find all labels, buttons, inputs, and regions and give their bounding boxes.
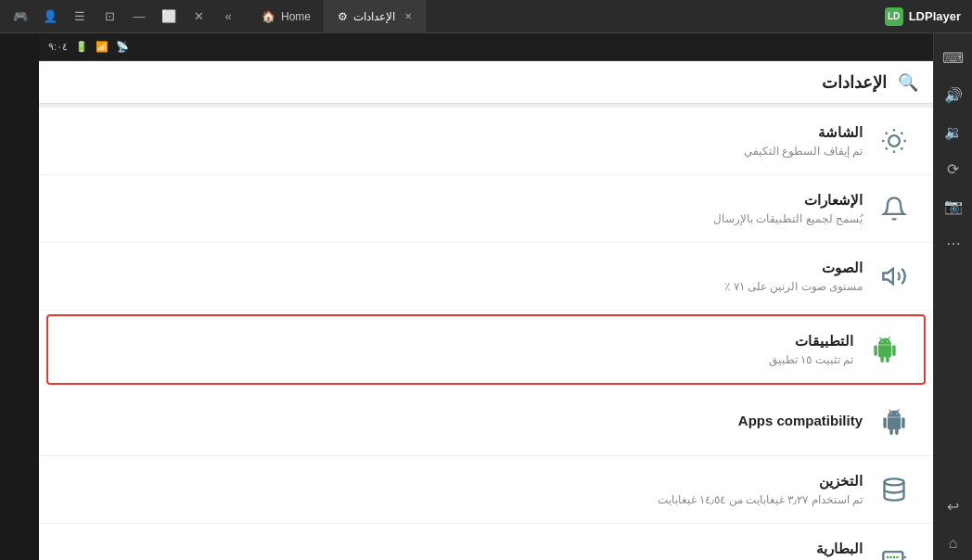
- svg-line-7: [886, 147, 888, 149]
- setting-display-text: الشاشة تم إيقاف السطوع التكيفي: [61, 124, 863, 158]
- more-tools-icon[interactable]: ⋯: [937, 226, 970, 260]
- titlebar: LD LDPlayer 🏠 Home ⚙ الإعدادات ✕ 🎮 👤 ☰ ⊡…: [0, 0, 972, 33]
- storage-icon: [877, 473, 911, 506]
- settings-list: الشاشة تم إيقاف السطوع التكيفي الإشعارات…: [39, 104, 933, 560]
- setting-item-storage[interactable]: التخزين تم استخدام ٣٫٢٧ غيغابايت من ١٤٫٥…: [39, 456, 933, 524]
- menu-icon[interactable]: ☰: [67, 4, 93, 30]
- setting-storage-title: التخزين: [61, 473, 863, 490]
- home-btn-icon[interactable]: ⌂: [937, 527, 970, 560]
- setting-sound-title: الصوت: [61, 260, 863, 276]
- home-tab-icon: 🏠: [262, 10, 275, 23]
- wifi-icon: 📡: [116, 41, 129, 53]
- collapse-icon[interactable]: «: [215, 4, 241, 30]
- settings-tab-icon: ⚙: [338, 10, 348, 23]
- svg-point-0: [889, 135, 900, 146]
- tab-settings[interactable]: ⚙ الإعدادات ✕: [325, 0, 426, 33]
- setting-notifications-desc: يُسمح لجميع التطبيقات بالإرسال: [61, 212, 863, 225]
- setting-display-desc: تم إيقاف السطوع التكيفي: [61, 145, 863, 158]
- setting-apps-desc: تم تثبيت ١٥ تطبيق: [70, 353, 853, 366]
- app-logo: LD LDPlayer: [874, 7, 972, 26]
- bell-icon: [877, 192, 911, 225]
- setting-item-sound[interactable]: الصوت مستوى صوت الرنين على ٧١ ٪: [39, 243, 933, 311]
- minimize-button[interactable]: —: [126, 4, 152, 30]
- svg-line-8: [901, 133, 902, 134]
- rotate-icon[interactable]: ⟳: [937, 152, 970, 185]
- setting-item-battery[interactable]: البطارية ٪١٠٠ - جار الشحن بتيار متردد: [39, 524, 933, 560]
- back-icon[interactable]: ↩: [937, 490, 970, 523]
- setting-item-notifications[interactable]: الإشعارات يُسمح لجميع التطبيقات بالإرسال: [39, 175, 933, 243]
- status-bar: ٩:٠٤ 🔋 📶 📡: [39, 33, 933, 61]
- time-display: ٩:٠٤: [48, 41, 68, 53]
- keyboard-icon[interactable]: ⌨: [937, 41, 970, 74]
- window-controls: 🎮 👤 ☰ ⊡ — ⬜ ✕ «: [0, 4, 249, 30]
- setting-notifications-text: الإشعارات يُسمح لجميع التطبيقات بالإرسال: [61, 192, 863, 225]
- setting-notifications-title: الإشعارات: [61, 192, 863, 209]
- multiwindow-icon[interactable]: ⊡: [96, 4, 122, 30]
- tab-bar: 🏠 Home ⚙ الإعدادات ✕: [249, 0, 874, 33]
- setting-storage-text: التخزين تم استخدام ٣٫٢٧ غيغابايت من ١٤٫٥…: [61, 473, 863, 506]
- setting-storage-desc: تم استخدام ٣٫٢٧ غيغابايت من ١٤٫٥٤ غيغابا…: [61, 493, 863, 506]
- setting-battery-text: البطارية ٪١٠٠ - جار الشحن بتيار متردد: [61, 541, 863, 560]
- user-icon[interactable]: 👤: [37, 4, 63, 30]
- svg-rect-11: [883, 552, 902, 560]
- search-icon[interactable]: 🔍: [898, 72, 918, 93]
- battery-status-icon: 🔋: [75, 41, 88, 53]
- tab-home[interactable]: 🏠 Home: [249, 0, 325, 33]
- setting-item-apps-compat[interactable]: Apps compatibility: [39, 388, 933, 456]
- gamepad-icon[interactable]: 🎮: [7, 4, 33, 30]
- setting-display-title: الشاشة: [61, 124, 863, 141]
- setting-sound-text: الصوت مستوى صوت الرنين على ٧١ ٪: [61, 260, 863, 293]
- setting-battery-title: البطارية: [61, 541, 863, 557]
- android-apps-icon: [868, 333, 902, 366]
- volume-up-icon[interactable]: 🔊: [937, 78, 970, 111]
- battery-icon: [877, 541, 911, 560]
- sim-icon: 📶: [96, 41, 109, 53]
- settings-tab-label: الإعدادات: [353, 10, 395, 23]
- screenshot-icon[interactable]: 📷: [937, 189, 970, 223]
- logo-icon: LD: [885, 7, 903, 26]
- setting-sound-desc: مستوى صوت الرنين على ٧١ ٪: [61, 280, 863, 293]
- settings-tab-close[interactable]: ✕: [404, 11, 412, 21]
- right-sidebar: ⌨ 🔊 🔉 ⟳ 📷 ⋯ ↩ ⌂: [933, 33, 972, 560]
- page-title: الإعدادات: [54, 72, 887, 93]
- setting-apps-compat-title: Apps compatibility: [61, 413, 863, 428]
- volume-down-icon[interactable]: 🔉: [937, 115, 970, 148]
- setting-item-apps[interactable]: التطبيقات تم تثبيت ١٥ تطبيق: [46, 314, 926, 385]
- app-name: LDPlayer: [909, 9, 961, 23]
- svg-line-3: [886, 133, 888, 134]
- maximize-button[interactable]: ⬜: [156, 4, 182, 30]
- svg-marker-9: [883, 269, 893, 284]
- home-tab-label: Home: [281, 10, 311, 23]
- search-bar: 🔍 الإعدادات: [39, 61, 933, 104]
- display-icon: [877, 124, 911, 158]
- setting-apps-title: التطبيقات: [70, 333, 853, 350]
- svg-line-4: [901, 147, 902, 149]
- setting-item-display[interactable]: الشاشة تم إيقاف السطوع التكيفي: [39, 108, 933, 175]
- close-button[interactable]: ✕: [185, 4, 211, 30]
- android-compat-icon: [877, 405, 911, 439]
- setting-apps-text: التطبيقات تم تثبيت ١٥ تطبيق: [70, 333, 853, 366]
- volume-icon: [877, 260, 911, 293]
- svg-point-10: [885, 478, 904, 485]
- setting-apps-compat-text: Apps compatibility: [61, 413, 863, 432]
